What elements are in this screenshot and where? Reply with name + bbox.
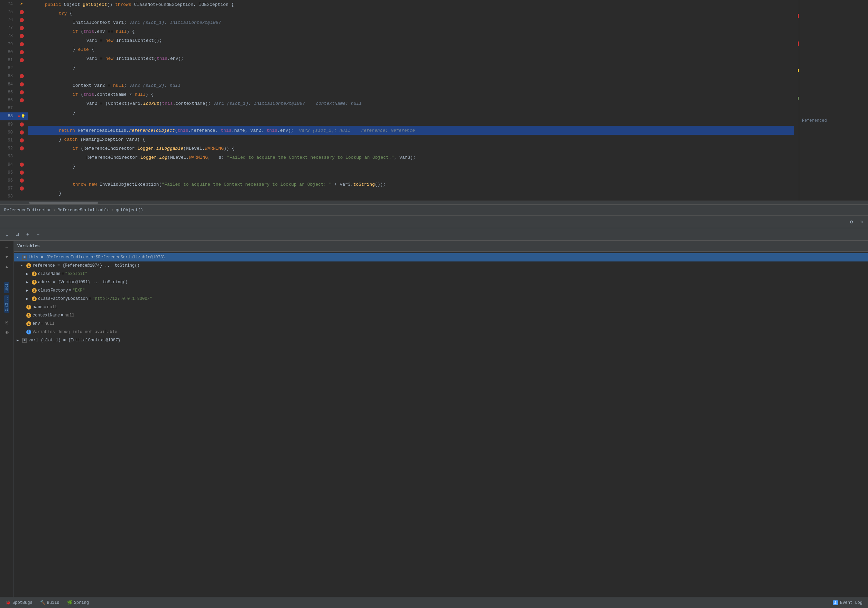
code-editor[interactable]: public Object getObject() throws ClassNo… [28, 0, 794, 201]
gutter-icon-78 [16, 34, 28, 38]
debug-icon-1[interactable]: ← [3, 244, 11, 252]
breadcrumb-item-2[interactable]: ReferenceSerializable [57, 208, 110, 213]
gutter-icon-74: ➤ [16, 1, 28, 7]
breadcrumb-item-3[interactable]: getObject() [116, 208, 143, 213]
var-val-classFactoryLocation: "http://127.0.0.1:8000/" [92, 296, 152, 301]
breadcrumb: ReferenceIndirector › ReferenceSerializa… [0, 205, 868, 216]
gutter-row-75: 75 [0, 8, 28, 16]
var-name-classFactoryLocation: classFactoryLocation [38, 296, 88, 301]
filter-icon-btn[interactable]: ⊿ [13, 230, 22, 239]
copy-icon-btn[interactable]: ⎘ [3, 319, 11, 327]
line-number-gutter: 74 ➤ 75 76 7 [0, 0, 28, 201]
var-name-env: env [33, 321, 40, 326]
var-item-classFactory[interactable]: ▶ i classFactory = "EXP" [14, 286, 868, 295]
build-status[interactable]: 🔨 Build [38, 599, 62, 606]
line-num-91: 91 [0, 138, 16, 143]
var-item-reference[interactable]: ▾ i reference = {Reference@1074} ... toS… [14, 261, 868, 270]
breakpoint-icon-83[interactable] [20, 74, 24, 78]
collapse-all-icon-btn[interactable]: ⌄ [3, 230, 11, 239]
var-item-addrs[interactable]: ▶ i addrs = {Vector@1091} ... toString() [14, 278, 868, 286]
info-icon-classFactory: i [32, 288, 37, 293]
breakpoint-icon-78[interactable] [20, 34, 24, 38]
var-item-var1[interactable]: ▶ = var1 (slot_1) = {InitialContext@1087… [14, 336, 868, 344]
code-line-95: } [28, 189, 794, 198]
breakpoint-icon-85[interactable] [20, 90, 24, 95]
editor-scrollbar[interactable] [794, 0, 799, 201]
breakpoint-icon-92[interactable] [20, 146, 24, 150]
debug-icon-2[interactable]: ▼ [3, 253, 11, 261]
spotbugs-status[interactable]: 🐞 SpotBugs [3, 599, 34, 606]
equals-icon-this: = [22, 255, 27, 260]
debug-content: ← ▼ ▲ .mcl 2.c3... ⎘ 👁 Variables [0, 241, 868, 608]
var-item-name[interactable]: ▶ i name = null [14, 303, 868, 311]
debug-icon-3[interactable]: ▲ [3, 263, 11, 271]
var-text-reference: reference = {Reference@1074} ... toStrin… [33, 263, 140, 268]
code-line-74: public Object getObject() throws ClassNo… [28, 0, 794, 9]
eq-name: = [43, 305, 46, 310]
gutter-row-85: 85 [0, 88, 28, 96]
event-log-status[interactable]: 2 Event Log [831, 600, 865, 606]
gutter-icon-91 [16, 138, 28, 143]
file-badge-mcl[interactable]: .mcl [4, 282, 9, 293]
line-num-81: 81 [0, 58, 16, 63]
breakpoint-icon-96[interactable] [20, 178, 24, 183]
breakpoint-icon-84[interactable] [20, 82, 24, 87]
line-num-83: 83 [0, 74, 16, 79]
line-num-79: 79 [0, 42, 16, 47]
var-val-env: null [45, 321, 55, 326]
gutter-row-81: 81 [0, 56, 28, 64]
var-item-className[interactable]: ▶ i className = "exploit" [14, 270, 868, 278]
breakpoint-icon-90[interactable] [20, 130, 24, 135]
breakpoint-icon-95[interactable] [20, 171, 24, 175]
var-item-contextName[interactable]: ▶ i contextName = null [14, 311, 868, 320]
settings-icon-btn[interactable]: ⚙ [847, 218, 856, 226]
breakpoint-icon-80[interactable] [20, 50, 24, 54]
var-text-var1: var1 (slot_1) = {InitialContext@1087} [28, 338, 120, 343]
breakpoint-icon-91[interactable] [20, 138, 24, 143]
var-item-this[interactable]: ▾ = this = {ReferenceIndirector$Referenc… [14, 253, 868, 261]
line-num-93: 93 [0, 154, 16, 159]
var-name-classFactory: classFactory [38, 288, 68, 293]
gutter-icon-97 [16, 186, 28, 191]
line-num-98: 98 [0, 194, 16, 199]
bulb-icon-88[interactable]: 💡 [21, 114, 26, 119]
gutter-row-86: 86 [0, 96, 28, 104]
var-item-classFactoryLocation[interactable]: ▶ i classFactoryLocation = "http://127.0… [14, 295, 868, 303]
breakpoint-icon-89[interactable] [20, 123, 24, 127]
code-line-86: } [28, 108, 794, 117]
breakpoint-icon-81[interactable] [20, 58, 24, 62]
breadcrumb-item-1[interactable]: ReferenceIndirector [4, 208, 51, 213]
eq-classFactory: = [69, 288, 71, 293]
debug-breakpoint-active-icon[interactable]: ● [18, 114, 20, 119]
variables-list[interactable]: ▾ = this = {ReferenceIndirector$Referenc… [14, 252, 868, 346]
horizontal-scrollbar[interactable] [0, 201, 868, 205]
file-badge-c3[interactable]: 2.c3... [4, 295, 9, 313]
breakpoint-icon-86[interactable] [20, 98, 24, 102]
equals-icon-var1: = [22, 338, 27, 343]
breakpoint-icon-79[interactable] [20, 42, 24, 47]
breakpoint-icon-77[interactable] [20, 26, 24, 30]
var-item-env[interactable]: ▶ i env = null [14, 320, 868, 328]
gutter-row-80: 80 [0, 48, 28, 56]
line-num-82: 82 [0, 66, 16, 71]
layout-icon-btn[interactable]: ⊞ [857, 218, 865, 226]
current-line-arrow-icon: ➤ [20, 1, 23, 7]
build-label: Build [47, 600, 59, 605]
breakpoint-icon-94[interactable] [20, 163, 24, 167]
var-item-debug-unavail: ▶ i Variables debug info not available [14, 328, 868, 336]
breakpoint-icon-97[interactable] [20, 186, 24, 191]
gutter-row-98: 98 [0, 192, 28, 201]
breakpoint-icon-75[interactable] [20, 10, 24, 14]
add-watch-icon-btn[interactable]: + [23, 230, 32, 239]
eye-icon-btn[interactable]: 👁 [3, 329, 11, 337]
spring-status[interactable]: 🌿 Spring [65, 599, 91, 606]
breakpoint-icon-76[interactable] [20, 18, 24, 22]
gutter-row-95: 95 [0, 168, 28, 176]
info-icon-classFactoryLocation: i [32, 296, 37, 301]
green-indicator [798, 97, 799, 99]
red-indicator-1 [798, 14, 799, 18]
gutter-icon-77 [16, 26, 28, 30]
line-num-96: 96 [0, 178, 16, 183]
expand-icon-var1: ▶ [17, 338, 21, 343]
remove-watch-icon-btn[interactable]: − [34, 230, 42, 239]
